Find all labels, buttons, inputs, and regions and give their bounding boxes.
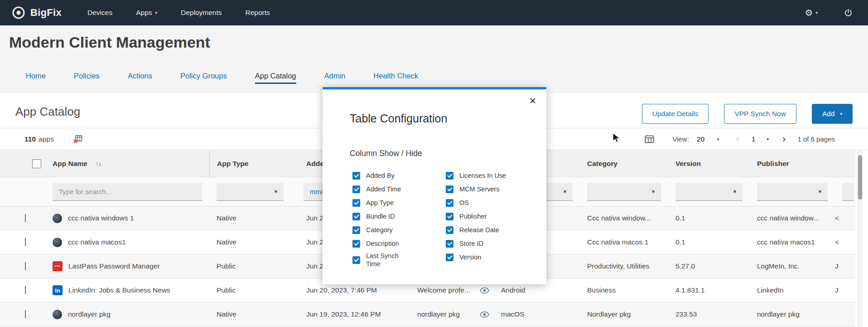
checkbox-checked[interactable]	[352, 226, 360, 234]
checkbox-checked[interactable]	[352, 172, 360, 180]
column-options-right: Licenses In Use MCM Servers OS Publisher…	[446, 169, 506, 264]
app-icon	[53, 238, 62, 247]
row-checkbox[interactable]	[25, 262, 26, 270]
previous-page-button[interactable]: ‹	[736, 135, 739, 144]
table-row[interactable]: nordlayer pkg Native Jun 19, 2023, 12:46…	[0, 303, 855, 327]
column-option[interactable]: Store ID	[446, 237, 506, 250]
tab-policies[interactable]: Policies	[74, 69, 100, 84]
nav-item-devices[interactable]: Devices	[87, 9, 112, 17]
extra-filter-dropdown[interactable]	[842, 183, 854, 201]
nav-item-deployments[interactable]: Deployments	[181, 9, 222, 17]
section-title: App Catalog	[15, 105, 80, 119]
sort-arrows-icon[interactable]: ↑↓	[96, 160, 101, 167]
checkbox-checked[interactable]	[352, 199, 360, 207]
bigfix-logo-icon	[12, 6, 25, 20]
column-options-left: Added By Added Time App Type Bundle ID C…	[352, 169, 408, 269]
tab-home[interactable]: Home	[26, 69, 46, 84]
page-title: Modern Client Management	[9, 34, 210, 51]
column-option[interactable]: Version	[446, 250, 506, 264]
row-checkbox[interactable]	[25, 310, 26, 318]
chevron-down-icon[interactable]: ▾	[767, 137, 769, 142]
gear-icon: ⚙	[805, 7, 813, 18]
tab-actions[interactable]: Actions	[128, 69, 152, 84]
eye-icon[interactable]	[480, 287, 489, 294]
next-page-button[interactable]: ›	[782, 135, 786, 144]
dropdown-arrow-icon: ▼	[818, 189, 822, 194]
toolbar-right: View: 20 ▾ ‹ 1 ▾ › 1 of 6 pages	[645, 135, 868, 144]
checkbox-checked[interactable]	[446, 240, 453, 248]
main-nav: Devices Apps▾ Deployments Reports	[87, 9, 270, 17]
category-filter-dropdown[interactable]: ▼	[587, 183, 661, 201]
tab-policy-groups[interactable]: Policy Groups	[180, 69, 227, 84]
nav-item-apps[interactable]: Apps▾	[136, 9, 157, 17]
vpp-synch-now-button[interactable]: VPP Synch Now	[724, 104, 796, 124]
column-option[interactable]: App Type	[352, 196, 408, 210]
clear-filters-icon[interactable]	[73, 134, 83, 144]
vertical-scrollbar[interactable]	[857, 150, 863, 327]
checkbox-checked[interactable]	[352, 185, 360, 193]
column-option[interactable]: MCM Servers	[446, 182, 506, 196]
column-option[interactable]: Last Synch Time	[352, 250, 408, 269]
column-option[interactable]: Category	[352, 223, 408, 237]
checkbox-checked[interactable]	[352, 256, 360, 264]
eye-icon[interactable]	[480, 311, 489, 318]
checkbox-checked[interactable]	[446, 199, 453, 207]
column-option[interactable]: Description	[352, 237, 408, 250]
checkbox-checked[interactable]	[446, 254, 453, 261]
app-icon	[53, 310, 62, 319]
checkbox-checked[interactable]	[446, 185, 453, 193]
navbar-right: ⚙ ▾	[805, 7, 853, 18]
update-details-button[interactable]: Update Details	[642, 104, 709, 124]
power-icon[interactable]	[844, 8, 853, 17]
column-option[interactable]: Bundle ID	[352, 210, 408, 223]
settings-menu[interactable]: ⚙ ▾	[805, 7, 818, 18]
version-filter-dropdown[interactable]: ▼	[675, 183, 743, 201]
column-option[interactable]: Release Date	[446, 223, 506, 237]
tab-admin[interactable]: Admin	[324, 69, 346, 84]
tab-health-check[interactable]: Health Check	[373, 69, 418, 84]
row-checkbox[interactable]	[25, 238, 26, 246]
app-type-filter-dropdown[interactable]: ▼	[217, 183, 284, 201]
search-input[interactable]	[53, 183, 202, 201]
view-label: View:	[672, 135, 689, 143]
checkbox-checked[interactable]	[352, 213, 360, 220]
top-navbar: BigFix Devices Apps▾ Deployments Reports…	[0, 0, 868, 25]
page-number-select[interactable]: 1	[752, 135, 756, 143]
col-header-app-name: App Name ↑↓	[45, 150, 209, 177]
brand-name: BigFix	[30, 7, 62, 19]
publisher-filter-dropdown[interactable]: ▼	[757, 183, 828, 201]
lastpass-icon: •••	[53, 261, 63, 271]
column-option[interactable]: Licenses In Use	[446, 169, 506, 182]
linkedin-icon: in	[53, 285, 63, 295]
brand[interactable]: BigFix	[12, 6, 62, 20]
chevron-down-icon[interactable]: ▾	[717, 137, 719, 142]
add-button[interactable]: Add ▾	[812, 104, 853, 124]
column-settings-icon[interactable]	[645, 135, 654, 144]
column-option[interactable]: OS	[446, 196, 506, 210]
checkbox-checked[interactable]	[446, 213, 453, 220]
column-option[interactable]: Publisher	[446, 210, 506, 223]
dialog-title: Table Configuration	[350, 112, 447, 125]
close-icon[interactable]: ✕	[529, 96, 536, 106]
scrollbar-thumb[interactable]	[858, 155, 862, 200]
select-all-checkbox[interactable]	[32, 159, 41, 168]
page-size-select[interactable]: 20	[697, 135, 704, 143]
dropdown-arrow-icon: ▼	[651, 189, 656, 194]
column-option[interactable]: Added By	[352, 169, 408, 182]
apps-count: 110 apps	[24, 135, 54, 143]
tab-app-catalog[interactable]: App Catalog	[255, 69, 296, 84]
dialog-subtitle: Column Show / Hide	[350, 149, 422, 158]
checkbox-checked[interactable]	[446, 226, 453, 234]
column-option[interactable]: Added Time	[352, 182, 408, 196]
checkbox-checked[interactable]	[446, 172, 453, 180]
col-header-app-type: App Type	[209, 150, 299, 177]
checkbox-checked[interactable]	[352, 240, 360, 248]
row-checkbox[interactable]	[25, 214, 26, 222]
row-checkbox[interactable]	[25, 286, 26, 294]
nav-item-reports[interactable]: Reports	[246, 9, 270, 17]
chevron-down-icon: ▾	[840, 112, 842, 116]
chevron-down-icon: ▾	[815, 10, 818, 15]
pages-info: 1 of 6 pages	[797, 135, 835, 143]
col-header-category: Category	[580, 150, 668, 177]
col-header-publisher: Publisher	[750, 150, 835, 177]
